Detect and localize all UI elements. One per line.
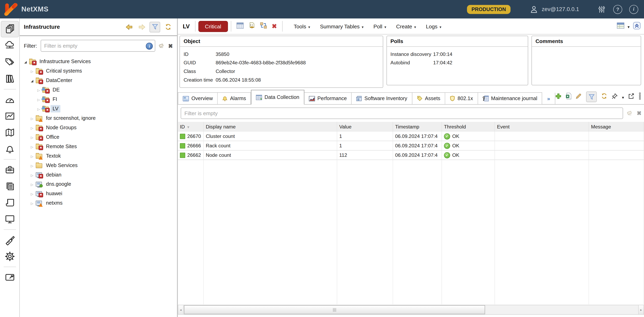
rail-reports-icon[interactable] [1,179,18,194]
rail-tools-icon[interactable] [1,232,18,248]
properties-table-icon[interactable] [236,22,244,30]
collapse-header-icon[interactable] [633,21,641,31]
expander-icon[interactable] [30,115,34,121]
filter-close-icon[interactable] [168,42,173,49]
menu-create[interactable]: Create [392,21,420,32]
expander-icon[interactable] [36,106,41,112]
expander-icon[interactable] [23,58,28,64]
layout-selector-icon[interactable] [617,22,624,30]
tree-item[interactable]: Office [20,132,177,142]
about-icon[interactable] [629,5,638,14]
rail-maps-icon[interactable] [1,125,18,140]
expander-icon[interactable] [30,181,34,187]
rail-pinboard-icon[interactable] [1,270,18,285]
table-row[interactable]: 26662 Node count 112 06.09.2024 17:07:4 … [178,151,644,160]
expander-icon[interactable] [30,191,34,196]
rail-configuration-icon[interactable] [1,249,18,264]
expander-icon[interactable] [30,124,34,130]
column-header-event[interactable]: Event [495,122,589,132]
column-header-display-name[interactable]: Display name [204,122,337,132]
view-menu-kebab-icon[interactable] [638,92,642,101]
tree-item[interactable]: Critical systems [20,66,177,76]
column-header-id[interactable]: ID [178,122,204,132]
tree-item[interactable]: DataCenter [20,76,177,85]
rail-logs-icon[interactable] [1,195,18,211]
menu-tools[interactable]: Tools [290,21,314,32]
tree-item[interactable]: debian [20,170,177,179]
back-icon[interactable] [124,22,134,32]
rail-business-services-icon[interactable] [1,162,18,178]
dci-filter-input[interactable] [181,108,623,119]
layout-caret-icon[interactable] [628,22,630,30]
dci-filter-toggle-icon[interactable] [586,91,597,102]
tab-software-inventory[interactable]: Software Inventory [352,92,412,104]
menu-summary-tables[interactable]: Summary Tables [316,21,368,32]
tree-item[interactable]: Node Groups [20,123,177,132]
add-dci-icon[interactable] [556,93,562,101]
tree-filter-toggle-icon[interactable] [150,21,160,32]
preferences-icon[interactable] [597,5,606,14]
tree-filter-input[interactable] [40,40,155,52]
rail-network-icon[interactable] [1,38,18,54]
rail-dashboards-icon[interactable] [1,92,18,108]
table-row[interactable]: 26666 Rack count 1 06.09.2024 17:07:4 OK [178,141,644,151]
tree-item[interactable]: Web Services [20,160,177,170]
tab-data-collection[interactable]: Data Collection [251,90,304,104]
expander-icon[interactable] [30,68,34,74]
tree-item[interactable]: Infrastructure Services [20,57,177,66]
expander-icon[interactable] [30,143,34,149]
tab-alarms[interactable]: Alarms [218,92,251,104]
tab-maintenance-journal[interactable]: Maintenance journal [478,92,542,104]
tree-item[interactable]: DE [20,85,177,94]
column-header-message[interactable]: Message [589,122,644,132]
tab-8021x[interactable]: 802.1x [445,92,478,104]
table-row[interactable]: 26670 Cluster count 1 06.09.2024 17:07:4… [178,132,644,141]
forward-icon[interactable] [137,22,147,32]
tab-overview[interactable]: Overview [178,92,218,104]
tab-overflow-chevron[interactable]: » [542,93,556,104]
tree-item[interactable]: Textok [20,151,177,160]
rail-graphs-icon[interactable] [1,108,18,124]
help-icon[interactable] [613,5,622,14]
scrollbar-thumb[interactable] [184,305,485,314]
dci-filter-clear-text-icon[interactable] [627,110,633,117]
dci-refresh-icon[interactable] [601,93,608,101]
expander-icon[interactable] [30,200,34,206]
tree-item-selected[interactable]: LV [20,104,177,113]
filter-clear-text-icon[interactable] [158,42,165,49]
tree-item[interactable]: dns.google [20,179,177,189]
tree-item[interactable]: netxms [20,198,177,208]
open-in-new-window-icon[interactable] [628,93,634,101]
scroll-right-arrow[interactable] [638,305,644,314]
execute-script-icon[interactable] [248,22,255,30]
dci-filter-close-icon[interactable] [637,110,642,117]
tree-item[interactable]: FI [20,94,177,104]
menu-poll[interactable]: Poll [369,21,390,32]
export-to-csv-icon[interactable] [566,93,572,101]
scrollbar-track[interactable] [184,305,638,314]
rail-objects-icon[interactable] [0,21,19,37]
rail-asset-library-icon[interactable] [1,71,18,87]
column-header-threshold[interactable]: Threshold [442,122,495,132]
tab-assets[interactable]: Assets [412,92,445,104]
expander-icon[interactable] [30,172,34,178]
expander-icon[interactable] [36,96,41,102]
edit-dci-icon[interactable] [576,93,582,101]
rail-terminal-icon[interactable] [1,211,18,227]
expander-icon[interactable] [30,134,34,140]
tree-item[interactable]: Remote Sites [20,142,177,151]
expander-icon[interactable] [36,87,41,93]
tab-performance[interactable]: Performance [304,92,352,104]
user-menu[interactable]: zev@127.0.0.1 [530,5,579,14]
expander-icon[interactable] [30,77,34,83]
column-header-timestamp[interactable]: Timestamp [393,122,442,132]
rail-alarms-icon[interactable] [1,141,18,157]
rail-tags-icon[interactable] [1,54,18,70]
column-header-value[interactable]: Value [337,122,393,132]
tree-item[interactable]: huawei [20,189,177,198]
scroll-left-arrow[interactable] [178,305,184,314]
delete-object-icon[interactable] [272,22,277,30]
refresh-icon[interactable] [163,22,173,32]
menu-logs[interactable]: Logs [422,21,446,32]
horizontal-scrollbar[interactable] [178,305,644,315]
